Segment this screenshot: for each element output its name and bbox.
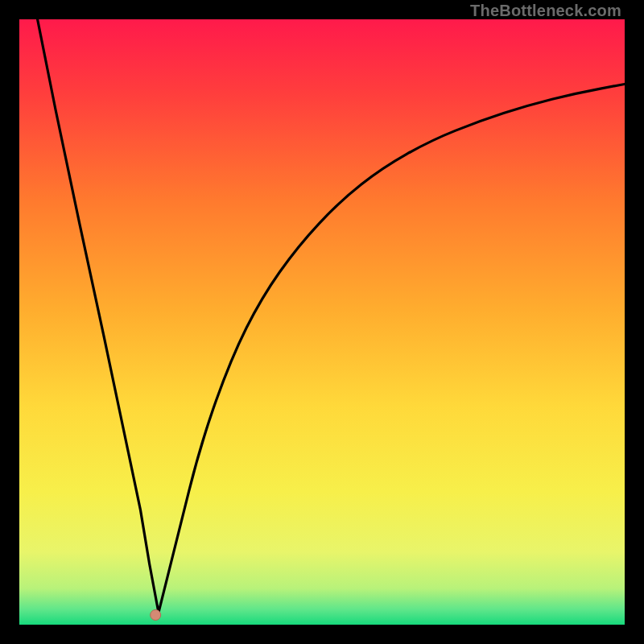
- gradient-background: [19, 19, 625, 625]
- watermark-text: TheBottleneck.com: [470, 2, 621, 20]
- optimum-marker: [151, 609, 161, 620]
- bottleneck-chart: [19, 19, 625, 625]
- chart-frame: [19, 19, 625, 625]
